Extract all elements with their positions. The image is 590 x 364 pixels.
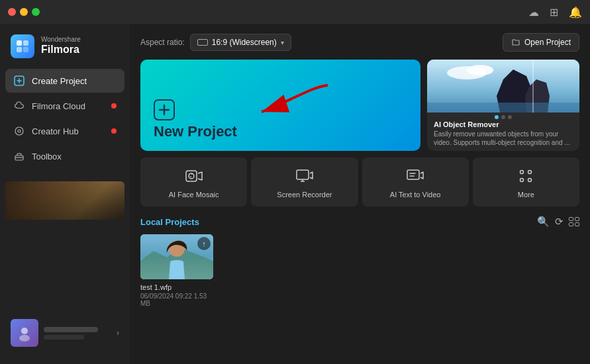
ai-text-to-video-label: AI Text to Video [390, 191, 441, 199]
sidebar-item-create-project[interactable]: Create Project [5, 69, 124, 93]
titlebar: ☁ ⊞ 🔔 [0, 0, 590, 24]
bell-icon[interactable]: 🔔 [569, 6, 582, 19]
titlebar-right-icons: ☁ ⊞ 🔔 [528, 6, 582, 19]
project-thumbnail: ↑ [140, 234, 213, 279]
maximize-button[interactable] [32, 8, 40, 16]
svg-rect-1 [23, 40, 28, 46]
project-grid: ↑ test 1.wfp 06/09/2024 09:22 1.53 MB [140, 234, 579, 307]
ai-text-to-video-button[interactable]: AI Text to Video [362, 158, 469, 206]
ai-face-mosaic-label: AI Face Mosaic [169, 191, 219, 199]
sidebar-nav: Create Project Filmora Cloud [0, 69, 130, 168]
sidebar-item-creator-hub[interactable]: Creator Hub [5, 119, 124, 143]
sidebar-item-label: Create Project [32, 76, 87, 86]
dropdown-arrow: ▾ [281, 39, 284, 46]
local-projects-title: Local Projects [140, 217, 199, 227]
new-project-plus-icon [154, 99, 237, 120]
sidebar-item-filmora-cloud[interactable]: Filmora Cloud [5, 94, 124, 118]
more-label: More [518, 191, 534, 199]
svg-point-20 [467, 65, 493, 75]
cloud-icon[interactable]: ☁ [528, 6, 539, 19]
creator-hub-icon [13, 125, 25, 137]
screen-recorder-button[interactable]: Screen Recorder [251, 158, 358, 206]
svg-point-8 [18, 130, 21, 132]
sidebar-item-label: Creator Hub [32, 126, 79, 136]
svg-point-34 [520, 171, 524, 174]
ai-feature-card[interactable]: AI Object Remover Easily remove unwanted… [427, 60, 579, 151]
search-icon[interactable]: 🔍 [537, 216, 550, 228]
upload-icon: ↑ [197, 237, 211, 250]
refresh-icon[interactable]: ⟳ [555, 216, 564, 228]
minimize-button[interactable] [20, 8, 28, 16]
svg-point-36 [520, 179, 524, 182]
svg-point-35 [528, 171, 532, 174]
grid-view-icon[interactable] [569, 217, 579, 226]
island-scene [427, 60, 579, 113]
notification-badge [111, 103, 117, 109]
window-controls[interactable] [8, 8, 40, 16]
close-button[interactable] [8, 8, 16, 16]
ai-face-mosaic-button[interactable]: AI Face Mosaic [140, 158, 247, 206]
svg-rect-21 [427, 103, 579, 113]
arrow-overlay [242, 79, 348, 132]
logo-icon [11, 34, 34, 58]
sidebar-item-toolbox[interactable]: Toolbox [5, 144, 124, 168]
project-card[interactable]: ↑ test 1.wfp 06/09/2024 09:22 1.53 MB [140, 234, 213, 307]
new-project-card[interactable]: New Project [140, 60, 420, 151]
aspect-ratio-row: Aspect ratio: 16:9 (Widescreen) ▾ [140, 34, 291, 51]
svg-point-12 [19, 335, 30, 341]
dot-1 [495, 115, 499, 119]
aspect-ratio-label: Aspect ratio: [140, 38, 185, 47]
svg-rect-41 [575, 223, 579, 226]
local-projects-header: Local Projects 🔍 ⟳ [140, 216, 579, 228]
app-logo: Wondershare Filmora [0, 32, 130, 69]
logo-brand: Wondershare [41, 36, 81, 43]
svg-rect-13 [197, 40, 207, 46]
dot-3 [508, 115, 512, 119]
svg-point-11 [21, 328, 28, 334]
project-meta: 06/09/2024 09:22 1.53 MB [140, 293, 213, 307]
new-project-label: New Project [154, 123, 237, 140]
ai-face-mosaic-icon [183, 165, 205, 187]
aspect-ratio-select[interactable]: 16:9 (Widescreen) ▾ [190, 34, 291, 51]
ai-feature-title: AI Object Remover [427, 120, 579, 130]
svg-point-7 [15, 127, 23, 135]
toolbox-icon [13, 150, 25, 162]
sidebar-item-label: Filmora Cloud [32, 101, 85, 111]
svg-rect-27 [190, 176, 191, 177]
open-project-label: Open Project [524, 38, 571, 47]
open-project-button[interactable]: Open Project [503, 33, 579, 52]
more-icon [515, 165, 536, 187]
sidebar-bottom: › [0, 310, 130, 356]
user-avatar [11, 319, 38, 347]
user-profile-item[interactable]: › [5, 315, 124, 351]
logo-text: Wondershare Filmora [41, 36, 81, 56]
ai-text-to-video-icon [405, 165, 426, 187]
more-button[interactable]: More [473, 158, 579, 206]
sidebar-recent-projects [0, 179, 130, 225]
svg-rect-0 [17, 40, 22, 46]
project-date: 06/09/2024 09:22 [140, 293, 192, 300]
svg-rect-26 [191, 173, 193, 175]
svg-rect-25 [189, 173, 190, 175]
svg-rect-39 [575, 218, 579, 221]
svg-rect-28 [297, 170, 309, 179]
grid-icon[interactable]: ⊞ [550, 6, 558, 19]
aspect-ratio-value: 16:9 (Widescreen) [212, 38, 277, 47]
svg-rect-40 [569, 223, 573, 226]
chevron-right-icon: › [117, 328, 119, 338]
ai-feature-dots [427, 113, 579, 120]
sidebar-item-label: Toolbox [32, 152, 62, 161]
project-name: test 1.wfp [140, 283, 213, 291]
quick-actions: AI Face Mosaic Screen Recorder [140, 158, 579, 206]
create-project-icon [13, 75, 25, 87]
ai-feature-description: Easily remove unwanted objects from your… [427, 130, 579, 147]
cloud-nav-icon [13, 100, 25, 112]
sidebar-thumb-1[interactable] [5, 181, 124, 220]
svg-rect-38 [569, 218, 573, 221]
svg-point-37 [528, 179, 532, 182]
content-area: Aspect ratio: 16:9 (Widescreen) ▾ Open P… [130, 24, 590, 364]
avatar-image [11, 319, 38, 347]
sidebar: Wondershare Filmora Create Project [0, 24, 130, 364]
svg-rect-31 [407, 170, 419, 179]
dot-2 [501, 115, 505, 119]
